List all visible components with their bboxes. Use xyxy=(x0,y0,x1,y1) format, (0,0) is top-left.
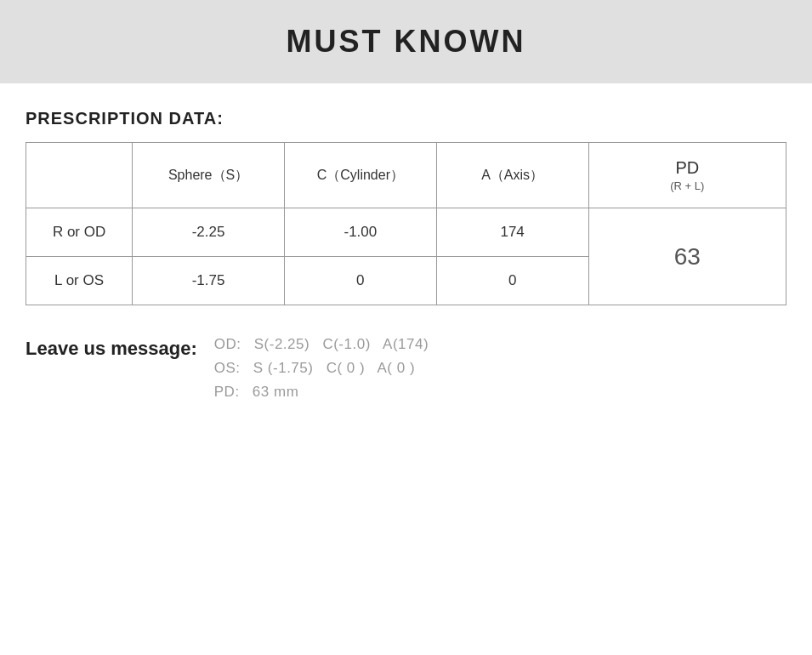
leave-label: Leave us message: xyxy=(26,336,197,360)
col-pd: PD (R + L) xyxy=(588,143,786,208)
pd-mm-value: 63 mm xyxy=(253,384,298,400)
page-title: MUST KNOWN xyxy=(0,24,812,60)
message-line-pd: PD: 63 mm xyxy=(214,384,437,401)
table-row-od: R or OD -2.25 -1.00 174 63 xyxy=(26,208,786,257)
os-sphere: S (-1.75) xyxy=(253,360,314,376)
message-line-os: OS: S (-1.75) C( 0 ) A( 0 ) xyxy=(214,360,437,377)
cylinder-os: 0 xyxy=(284,257,436,305)
pd-sub-label: (R + L) xyxy=(598,179,777,192)
sphere-os: -1.75 xyxy=(133,257,285,305)
os-axis: A( 0 ) xyxy=(377,360,415,376)
col-cylinder: C（Cylinder） xyxy=(284,143,436,208)
section-title: PRESCRIPTION DATA: xyxy=(26,109,786,128)
sphere-od: -2.25 xyxy=(133,208,285,257)
od-prefix: OD: xyxy=(214,336,241,352)
od-axis: A(174) xyxy=(383,336,429,352)
message-line-od: OD: S(-2.25) C(-1.0) A(174) xyxy=(214,336,437,353)
row-label-os: L or OS xyxy=(26,257,133,305)
leave-message-section: Leave us message: OD: S(-2.25) C(-1.0) A… xyxy=(26,336,786,401)
col-empty xyxy=(26,143,133,208)
axis-od: 174 xyxy=(436,208,588,257)
row-label-od: R or OD xyxy=(26,208,133,257)
os-cylinder: C( 0 ) xyxy=(327,360,366,376)
col-sphere: Sphere（S） xyxy=(133,143,285,208)
message-details: OD: S(-2.25) C(-1.0) A(174) OS: S (-1.75… xyxy=(214,336,437,401)
od-cylinder: C(-1.0) xyxy=(322,336,370,352)
pd-value-cell: 63 xyxy=(588,208,786,305)
axis-os: 0 xyxy=(436,257,588,305)
pd-prefix: PD: xyxy=(214,384,240,400)
header-banner: MUST KNOWN xyxy=(0,0,812,83)
cylinder-od: -1.00 xyxy=(284,208,436,257)
od-sphere: S(-2.25) xyxy=(254,336,309,352)
os-prefix: OS: xyxy=(214,360,241,376)
prescription-table: Sphere（S） C（Cylinder） A（Axis） PD (R + L)… xyxy=(26,142,786,305)
table-header-row: Sphere（S） C（Cylinder） A（Axis） PD (R + L) xyxy=(26,143,786,208)
col-axis: A（Axis） xyxy=(436,143,588,208)
pd-label: PD xyxy=(598,158,777,178)
